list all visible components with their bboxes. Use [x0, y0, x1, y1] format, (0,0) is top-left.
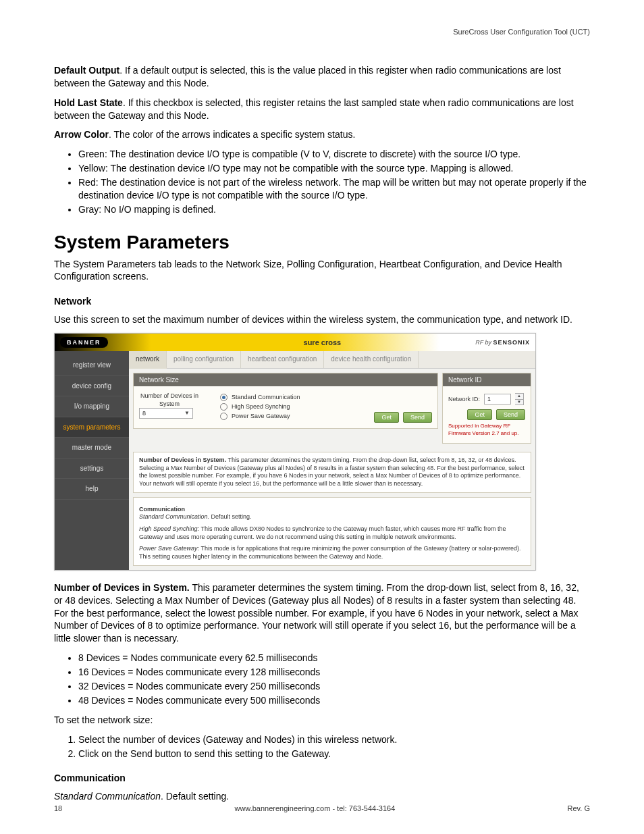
numdev-value: 8: [142, 409, 146, 417]
sp-intro: The System Parameters tab leads to the N…: [54, 258, 590, 284]
sidebar-item-master-mode[interactable]: master mode: [55, 438, 129, 459]
list-item: 8 Devices = Nodes communicate every 62.5…: [78, 652, 590, 664]
term-arrow-color: Arrow Color: [54, 129, 109, 140]
help-heading: Communication: [139, 506, 525, 514]
send-button[interactable]: Send: [496, 409, 525, 420]
list-item: 32 Devices = Nodes communicate every 250…: [78, 680, 590, 693]
set-steps: Select the number of devices (Gateway an…: [54, 733, 590, 760]
text: . Default setting.: [161, 791, 229, 802]
chevron-down-icon: ▼: [515, 400, 523, 405]
numdev-select[interactable]: 8 ▼: [139, 408, 193, 419]
panel-title: Network Size: [134, 373, 437, 387]
sidebar-item-io-mapping[interactable]: I/o mapping: [55, 396, 129, 417]
panel-network-id: Network ID Network ID: 1 ▲▼ Get Send: [442, 373, 531, 444]
text: . The color of the arrows indicates a sp…: [109, 129, 355, 140]
radio-power-save-gateway[interactable]: [220, 413, 227, 420]
page-number: 18: [54, 804, 62, 814]
networkid-label: Network ID:: [448, 395, 480, 403]
helpbox-communication: Communication Standard Communication. De…: [133, 497, 531, 566]
list-item: Gray: No I/O mapping is defined.: [78, 203, 590, 216]
send-button[interactable]: Send: [403, 412, 432, 423]
list-item: Red: The destination device is not part …: [78, 176, 590, 202]
para-default-output: Default Output. If a default output is s…: [54, 64, 590, 90]
tab-heartbeat-configuration[interactable]: heartbeat configuration: [241, 351, 324, 368]
sidebar-item-system-parameters[interactable]: system parameters: [55, 417, 129, 438]
networkid-input[interactable]: 1: [484, 394, 511, 405]
para-arrow-color: Arrow Color. The color of the arrows ind…: [54, 128, 590, 141]
network-intro: Use this screen to set the maximum numbe…: [54, 313, 590, 326]
revision: Rev. G: [568, 804, 590, 814]
para-numdev: Number of Devices in System. This parame…: [54, 581, 590, 645]
tabbar: network polling configuration heartbeat …: [129, 351, 535, 369]
app-screenshot: BANNER sure cross RF by SENSONIX registe…: [54, 333, 536, 571]
tab-polling-configuration[interactable]: polling configuration: [167, 351, 241, 368]
footer-center: www.bannerengineering.com - tel: 763-544…: [234, 804, 395, 814]
subhead-communication: Communication: [54, 772, 590, 785]
sensonix-logo: SENSONIX: [493, 339, 530, 346]
tab-device-health-configuration[interactable]: device health configuration: [324, 351, 419, 368]
surecross-logo: sure cross: [304, 338, 342, 348]
device-timing-list: 8 Devices = Nodes communicate every 62.5…: [54, 652, 590, 707]
sidebar-item-register-view[interactable]: register view: [55, 355, 129, 376]
arrow-color-list: Green: The destination device I/O type i…: [54, 148, 590, 215]
banner-logo: BANNER: [60, 337, 108, 348]
spinner[interactable]: ▲▼: [515, 393, 524, 405]
sidebar-item-device-config[interactable]: device config: [55, 376, 129, 397]
doc-header: SureCross User Configuration Tool (UCT): [54, 27, 590, 37]
get-button[interactable]: Get: [467, 409, 492, 420]
radio-high-speed-synching[interactable]: [220, 403, 227, 411]
list-item: Green: The destination device I/O type i…: [78, 148, 590, 161]
list-item: Select the number of devices (Gateway an…: [78, 733, 590, 746]
rf-by-label: RF by SENSONIX: [475, 338, 530, 346]
numdev-label: Number of Devices in System: [139, 392, 200, 408]
term-numdev: Number of Devices in System.: [54, 582, 190, 593]
get-button[interactable]: Get: [374, 412, 399, 423]
text-bold: Number of Devices in System.: [139, 457, 226, 463]
sidebar-item-help[interactable]: help: [55, 479, 129, 500]
text: . If a default output is selected, this …: [54, 65, 561, 88]
para-hold-last-state: Hold Last State. If this checkbox is sel…: [54, 97, 590, 122]
text-italic: Standard Communication.: [139, 513, 209, 520]
panel-network-size: Network Size Number of Devices in System…: [133, 373, 438, 429]
text-italic: Power Save Gateway:: [139, 545, 199, 552]
text-italic: High Speed Synching:: [139, 525, 199, 532]
sidebar: register view device config I/o mapping …: [55, 351, 129, 570]
sidebar-item-settings[interactable]: settings: [55, 459, 129, 479]
list-item: 16 Devices = Nodes communicate every 128…: [78, 666, 590, 679]
panel-title: Network ID: [443, 373, 531, 387]
page-footer: 18 www.bannerengineering.com - tel: 763-…: [54, 804, 590, 814]
list-item: Yellow: The destination device I/O type …: [78, 162, 590, 175]
tab-network[interactable]: network: [129, 351, 167, 369]
subhead-network: Network: [54, 295, 590, 308]
text: RF by: [475, 339, 493, 346]
para-std-comm: Standard Communication. Default setting.: [54, 790, 590, 803]
list-item: 48 Devices = Nodes communicate every 500…: [78, 694, 590, 707]
heading-system-parameters: System Parameters: [54, 230, 590, 255]
term-default-output: Default Output: [54, 65, 119, 76]
term-hold-last-state: Hold Last State: [54, 97, 123, 108]
radio-label: Standard Communication: [232, 393, 300, 401]
set-intro: To set the network size:: [54, 714, 590, 727]
radio-label: High Speed Synching: [232, 402, 290, 411]
text: . If this checkbox is selected, this reg…: [54, 97, 574, 121]
chevron-down-icon: ▼: [184, 410, 190, 417]
list-item: Click on the Send button to send this se…: [78, 748, 590, 760]
chevron-up-icon: ▲: [515, 394, 523, 400]
radio-standard-communication[interactable]: [220, 394, 227, 401]
term-standard-communication: Standard Communication: [54, 791, 161, 802]
text: Default setting.: [209, 513, 252, 520]
app-titlebar: BANNER sure cross RF by SENSONIX: [55, 334, 535, 351]
helpbox-numdev: Number of Devices in System. This parame…: [133, 452, 531, 493]
firmware-note: Supported in Gateway RF Firmware Version…: [448, 423, 525, 438]
radio-label: Power Save Gateway: [232, 412, 290, 420]
